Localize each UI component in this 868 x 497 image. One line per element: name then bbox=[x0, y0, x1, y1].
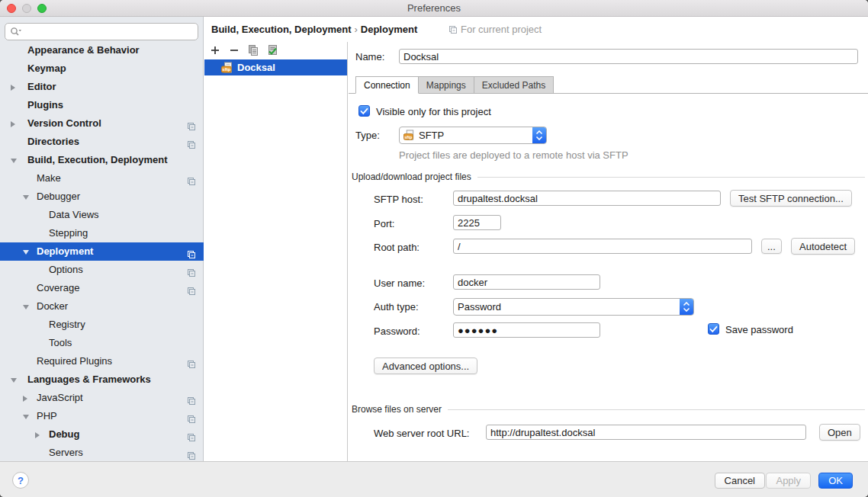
sidebar-item-label: Docker bbox=[37, 297, 68, 316]
tab-connection[interactable]: Connection bbox=[355, 76, 419, 94]
chevron-down-icon[interactable] bbox=[23, 415, 29, 419]
server-list-item-docksal[interactable]: sftp Docksal bbox=[204, 59, 347, 75]
sidebar-item-label: Stepping bbox=[49, 224, 88, 242]
preferences-window: Preferences Appearance & BehaviorKeymapE… bbox=[0, 0, 868, 497]
shared-config-icon bbox=[187, 412, 196, 421]
sidebar-item-servers[interactable]: Servers bbox=[0, 444, 204, 462]
apply-button[interactable]: Apply bbox=[766, 473, 811, 489]
web-root-input[interactable] bbox=[486, 425, 806, 440]
sidebar-item-label: Tools bbox=[49, 334, 72, 352]
port-input[interactable] bbox=[453, 215, 501, 230]
shared-config-icon bbox=[187, 284, 196, 293]
sidebar-item-label: Make bbox=[37, 169, 61, 188]
search-icon bbox=[10, 27, 22, 37]
type-label: Type: bbox=[355, 130, 380, 141]
chevron-down-icon[interactable] bbox=[11, 159, 17, 163]
sftp-icon: sftp bbox=[403, 130, 415, 141]
section-rule bbox=[477, 177, 865, 178]
help-icon: ? bbox=[18, 475, 24, 486]
title-bar: Preferences bbox=[0, 0, 868, 17]
type-value: SFTP bbox=[419, 130, 444, 141]
cancel-button[interactable]: Cancel bbox=[715, 473, 765, 489]
password-input[interactable] bbox=[453, 322, 600, 338]
chevron-right-icon[interactable] bbox=[11, 85, 15, 91]
chevron-right-icon[interactable] bbox=[35, 432, 40, 438]
tab-excluded-paths[interactable]: Excluded Paths bbox=[474, 76, 554, 94]
chevron-down-icon[interactable] bbox=[23, 195, 29, 200]
sidebar-item-editor[interactable]: Editor bbox=[0, 78, 204, 96]
sidebar-item-make[interactable]: Make bbox=[0, 169, 204, 188]
open-url-button[interactable]: Open bbox=[819, 424, 860, 441]
breadcrumb: Build, Execution, Deployment›Deployment … bbox=[204, 17, 868, 42]
sidebar-item-php[interactable]: PHP bbox=[0, 407, 204, 425]
copy-icon[interactable] bbox=[247, 44, 259, 56]
help-button[interactable]: ? bbox=[12, 472, 29, 489]
server-name: Docksal bbox=[237, 62, 275, 73]
autodetect-button[interactable]: Autodetect bbox=[791, 238, 855, 255]
test-sftp-connection-button[interactable]: Test SFTP connection... bbox=[730, 190, 852, 207]
sidebar-item-deployment[interactable]: Deployment bbox=[0, 242, 204, 261]
search-input[interactable] bbox=[22, 26, 198, 37]
sidebar-item-coverage[interactable]: Coverage bbox=[0, 279, 204, 297]
remove-icon[interactable] bbox=[228, 44, 240, 56]
sidebar-item-data-views[interactable]: Data Views bbox=[0, 206, 204, 224]
advanced-options-button[interactable]: Advanced options... bbox=[374, 358, 477, 374]
sidebar-item-directories[interactable]: Directories bbox=[0, 133, 204, 151]
breadcrumb-deployment[interactable]: Deployment bbox=[361, 24, 417, 35]
port-label: Port: bbox=[374, 218, 394, 229]
dropdown-stepper-icon bbox=[532, 127, 546, 143]
web-root-label: Web server root URL: bbox=[374, 428, 469, 439]
sidebar-item-label: Required Plugins bbox=[37, 352, 112, 370]
shared-config-icon bbox=[187, 174, 196, 183]
sidebar-item-javascript[interactable]: JavaScript bbox=[0, 389, 204, 407]
save-password-checkbox[interactable] bbox=[708, 323, 719, 335]
chevron-down-icon[interactable] bbox=[11, 378, 17, 383]
sidebar-item-docker[interactable]: Docker bbox=[0, 297, 204, 316]
upload-section-label: Upload/download project files bbox=[352, 172, 471, 182]
sidebar-item-label: Debug bbox=[49, 425, 79, 444]
chevron-down-icon[interactable] bbox=[23, 250, 29, 255]
window-title: Preferences bbox=[0, 2, 868, 14]
sidebar-item-debug[interactable]: Debug bbox=[0, 425, 204, 444]
auth-type-dropdown[interactable]: Password bbox=[453, 298, 694, 316]
sidebar-item-plugins[interactable]: Plugins bbox=[0, 96, 204, 114]
chevron-down-icon[interactable] bbox=[23, 305, 29, 309]
sidebar-item-label: Appearance & Behavior bbox=[27, 41, 140, 59]
shared-config-icon bbox=[187, 393, 196, 402]
ok-button[interactable]: OK bbox=[818, 473, 853, 489]
sidebar-item-languages-frameworks[interactable]: Languages & Frameworks bbox=[0, 370, 204, 389]
shared-config-icon bbox=[187, 448, 196, 457]
user-name-input[interactable] bbox=[453, 274, 600, 290]
sidebar-item-registry[interactable]: Registry bbox=[0, 316, 204, 334]
sidebar-item-tools[interactable]: Tools bbox=[0, 334, 204, 352]
type-help-text: Project files are deployed to a remote h… bbox=[399, 149, 628, 161]
type-dropdown[interactable]: sftp SFTP bbox=[399, 127, 547, 144]
auth-type-label: Auth type: bbox=[374, 301, 419, 313]
settings-search-box[interactable] bbox=[5, 23, 198, 40]
shared-config-icon bbox=[187, 357, 196, 366]
browse-root-path-button[interactable]: ... bbox=[761, 239, 782, 254]
sidebar-item-keymap[interactable]: Keymap bbox=[0, 59, 204, 78]
auth-type-value: Password bbox=[458, 301, 501, 313]
sidebar-item-label: Options bbox=[49, 261, 83, 279]
sidebar-item-options[interactable]: Options bbox=[0, 261, 204, 279]
breadcrumb-build-execution-deployment[interactable]: Build, Execution, Deployment bbox=[211, 24, 351, 35]
sidebar-item-label: Editor bbox=[27, 78, 56, 96]
sidebar-item-debugger[interactable]: Debugger bbox=[0, 188, 204, 206]
chevron-right-icon[interactable] bbox=[11, 121, 15, 127]
chevron-right-icon[interactable] bbox=[23, 396, 27, 402]
sidebar-item-build-execution-deployment[interactable]: Build, Execution, Deployment bbox=[0, 151, 204, 169]
sidebar-item-version-control[interactable]: Version Control bbox=[0, 114, 204, 133]
tab-mappings[interactable]: Mappings bbox=[419, 76, 474, 94]
name-input[interactable] bbox=[399, 49, 858, 64]
scope-label: For current project bbox=[461, 24, 542, 35]
visible-only-checkbox[interactable] bbox=[358, 105, 370, 117]
sidebar-item-required-plugins[interactable]: Required Plugins bbox=[0, 352, 204, 370]
sidebar-item-appearance-behavior[interactable]: Appearance & Behavior bbox=[0, 41, 204, 59]
sidebar-item-stepping[interactable]: Stepping bbox=[0, 224, 204, 242]
root-path-input[interactable] bbox=[453, 239, 752, 254]
use-as-default-icon[interactable] bbox=[266, 44, 278, 56]
sftp-host-label: SFTP host: bbox=[374, 194, 423, 205]
sftp-host-input[interactable] bbox=[453, 191, 721, 206]
add-icon[interactable] bbox=[209, 44, 221, 56]
